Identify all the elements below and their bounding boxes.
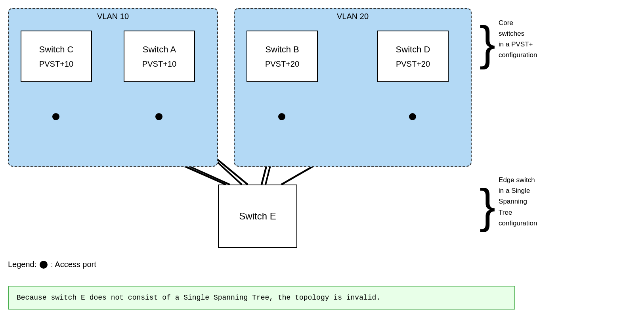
legend-dot-icon: [40, 261, 48, 269]
switch-d-pvst: PVST+20: [396, 60, 430, 69]
note-text: Because switch E does not consist of a S…: [17, 294, 380, 302]
dot-c: [52, 113, 59, 120]
edge-bracket-section: } Edge switch in a Single Spanning Tree …: [480, 175, 537, 229]
dot-b: [278, 113, 285, 120]
vlan20-label: VLAN 20: [337, 12, 369, 21]
vlan10-box: VLAN 10 Switch C PVST+10 Switch A PVST+1…: [8, 8, 218, 167]
bottom-note: Because switch E does not consist of a S…: [8, 286, 515, 310]
switch-e-name: Switch E: [239, 211, 276, 222]
switch-a: Switch A PVST+10: [124, 31, 195, 82]
switch-b: Switch B PVST+20: [247, 31, 318, 82]
switch-e: Switch E: [218, 185, 297, 248]
legend-dot-label: : Access port: [51, 260, 96, 269]
switch-c-pvst: PVST+10: [39, 60, 73, 69]
edge-label: Edge switch in a Single Spanning Tree co…: [499, 175, 537, 229]
dot-a: [155, 113, 162, 120]
switch-a-name: Switch A: [143, 44, 176, 55]
edge-bracket: }: [480, 187, 495, 225]
vlan10-label: VLAN 10: [97, 12, 129, 21]
switch-b-name: Switch B: [265, 44, 299, 55]
core-bracket-section: } Core switches in a PVST+ configuration: [480, 16, 537, 62]
switch-a-pvst: PVST+10: [142, 60, 176, 69]
legend: Legend: : Access port: [8, 260, 96, 269]
vlan20-box: VLAN 20 Switch B PVST+20 Switch D PVST+2…: [234, 8, 472, 167]
switch-d-name: Switch D: [396, 44, 430, 55]
legend-prefix: Legend:: [8, 260, 36, 269]
switch-c-name: Switch C: [39, 44, 74, 55]
switch-c: Switch C PVST+10: [21, 31, 92, 82]
switch-b-pvst: PVST+20: [265, 60, 299, 69]
core-label: Core switches in a PVST+ configuration: [499, 17, 537, 61]
diagram-area: VLAN 10 Switch C PVST+10 Switch A PVST+1…: [4, 4, 519, 274]
dot-d: [409, 113, 416, 120]
main-container: VLAN 10 Switch C PVST+10 Switch A PVST+1…: [4, 4, 638, 321]
core-bracket: }: [480, 24, 495, 62]
switch-d: Switch D PVST+20: [377, 31, 449, 82]
